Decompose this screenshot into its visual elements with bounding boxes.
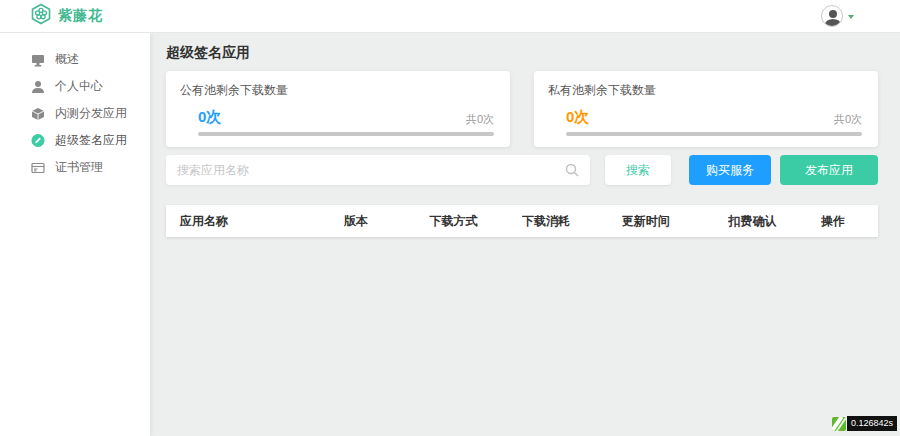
column-header-download-method: 下载方式 (429, 213, 522, 230)
card-label: 私有池剩余下载数量 (548, 82, 864, 99)
search-input[interactable] (166, 155, 590, 185)
total-count: 共0次 (834, 112, 862, 127)
sidebar-item-super-signature[interactable]: 超级签名应用 (0, 127, 150, 154)
trace-logo-icon (832, 417, 846, 431)
private-pool-card: 私有池剩余下载数量 0次 共0次 (534, 71, 878, 147)
column-header-update-time: 更新时间 (622, 213, 729, 230)
sidebar-item-label: 证书管理 (55, 159, 103, 176)
toolbar: 搜索 购买服务 发布应用 (166, 155, 878, 185)
sidebar-item-label: 超级签名应用 (55, 132, 127, 149)
top-header: 紫藤花 (0, 0, 900, 33)
column-header-download-consumption: 下载消耗 (522, 213, 622, 230)
sidebar-item-certificates[interactable]: 证书管理 (0, 154, 150, 181)
user-menu[interactable] (821, 5, 854, 27)
progress-bar (198, 132, 494, 136)
total-count: 共0次 (466, 112, 494, 127)
debug-trace-badge[interactable]: 0.126842s (832, 416, 897, 431)
sidebar-item-label: 内测分发应用 (55, 105, 127, 122)
search-button[interactable]: 搜索 (605, 155, 671, 185)
column-header-fee-confirm: 扣费确认 (728, 213, 821, 230)
column-header-app-name: 应用名称 (166, 213, 344, 230)
sidebar-item-label: 个人中心 (55, 78, 103, 95)
user-avatar[interactable] (821, 5, 843, 27)
user-icon (31, 80, 45, 94)
signature-icon (31, 134, 45, 148)
brand-logo[interactable]: 紫藤花 (30, 3, 103, 29)
buy-service-button[interactable]: 购买服务 (689, 155, 771, 185)
sidebar-item-beta-apps[interactable]: 内测分发应用 (0, 100, 150, 127)
sidebar-item-profile[interactable]: 个人中心 (0, 73, 150, 100)
remaining-count: 0次 (198, 108, 221, 127)
sidebar-nav: 概述 个人中心 内测分发应用 超级签名应用 (0, 33, 150, 436)
publish-app-button[interactable]: 发布应用 (780, 155, 878, 185)
monitor-icon (31, 53, 45, 67)
package-icon (31, 107, 45, 121)
chevron-down-icon (848, 15, 854, 19)
search-icon[interactable] (564, 162, 580, 178)
sidebar-item-overview[interactable]: 概述 (0, 46, 150, 73)
trace-time: 0.126842s (847, 416, 897, 431)
flower-logo-icon (30, 3, 52, 29)
page-title: 超级签名应用 (166, 44, 878, 60)
brand-name: 紫藤花 (58, 7, 103, 25)
remaining-count: 0次 (566, 108, 589, 127)
main-content: 超级签名应用 公有池剩余下载数量 0次 共0次 私有池剩余下载数量 0次 共0次 (150, 33, 900, 436)
column-header-version: 版本 (344, 213, 429, 230)
card-label: 公有池剩余下载数量 (180, 82, 496, 99)
stat-cards-row: 公有池剩余下载数量 0次 共0次 私有池剩余下载数量 0次 共0次 (166, 71, 878, 147)
certificate-icon (31, 161, 45, 175)
public-pool-card: 公有池剩余下载数量 0次 共0次 (166, 71, 510, 147)
column-header-actions: 操作 (821, 213, 878, 230)
progress-bar (566, 132, 862, 136)
table-header-row: 应用名称 版本 下载方式 下载消耗 更新时间 扣费确认 操作 (166, 205, 878, 237)
sidebar-item-label: 概述 (55, 51, 79, 68)
